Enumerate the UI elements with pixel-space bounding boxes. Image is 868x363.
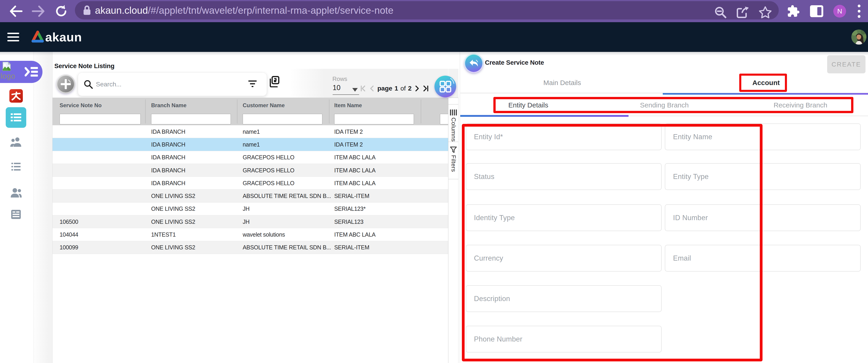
table-row[interactable]: ONE LIVING SS2ABSOLUTE TIME RETAIL SDN B… [53, 190, 448, 202]
profile-initial: N [837, 7, 842, 15]
table-row[interactable]: IDA BRANCHGRACEPOS HELLOITEM ABC LALA [53, 151, 448, 164]
side-panel-icon[interactable] [810, 0, 823, 22]
cell-no [60, 125, 146, 138]
cell-customer: name1 [243, 125, 334, 138]
table-side-tabs: Columns Filters [448, 97, 458, 363]
rows-per-page-label: Rows [332, 76, 347, 83]
browser-menu-icon[interactable] [858, 0, 861, 22]
sidebar-item-applet-logo[interactable] [0, 89, 32, 103]
cell-item: IDA ITEM 2 [334, 125, 425, 138]
browser-profile-avatar[interactable]: N [833, 0, 846, 22]
table-row[interactable]: IDA BRANCHGRACEPOS HELLOITEM ABC LALA [53, 177, 448, 190]
sidebar-logo-pill[interactable]: logo [0, 61, 42, 83]
side-tab-columns[interactable]: Columns [448, 104, 458, 142]
url-domain: akaun.cloud [95, 5, 148, 16]
sidebar-item-reports[interactable] [0, 210, 32, 219]
cell-branch: IDA BRANCH [151, 151, 238, 164]
side-tab-filters-label: Filters [450, 155, 457, 172]
rows-per-page-value[interactable]: 10 [333, 84, 340, 92]
sidebar-item-users[interactable] [0, 188, 32, 197]
first-page-icon[interactable] [360, 85, 367, 92]
search-input[interactable] [96, 81, 224, 88]
cell-customer: wavelet solutions [243, 228, 334, 241]
tab-main-details[interactable]: Main Details [460, 79, 664, 87]
column-header-customer-name[interactable]: Customer Name [243, 102, 285, 109]
next-page-icon[interactable] [414, 85, 420, 92]
table-row[interactable]: IDA BRANCHname1IDA ITEM 2 [53, 125, 448, 138]
share-icon[interactable] [734, 1, 751, 23]
sidebar-item-listing[interactable] [0, 163, 32, 171]
table-row[interactable]: 1040441NTEST1wavelet solutionsITEM ABC L… [53, 228, 448, 241]
cell-no: 100099 [60, 241, 146, 254]
collapse-drawer-icon[interactable] [25, 66, 38, 78]
cell-no: 104044 [60, 228, 146, 241]
cell-customer: name1 [243, 138, 334, 151]
sidebar-item-customers[interactable] [0, 137, 32, 147]
filter-input-item-name[interactable] [334, 114, 414, 124]
panel-title: Create Service Note [485, 59, 544, 66]
article-icon [11, 210, 21, 219]
cell-no [60, 151, 146, 164]
filter-input-service-note-no[interactable] [60, 114, 141, 124]
broken-image-icon [2, 61, 11, 71]
collapsed-drawer [34, 52, 53, 363]
user-avatar[interactable] [851, 22, 867, 52]
back-button[interactable] [464, 54, 483, 73]
column-header-branch-name[interactable]: Branch Name [151, 102, 187, 109]
cell-customer: GRACEPOS HELLO [243, 177, 334, 190]
active-subtab-indicator [460, 115, 628, 117]
people-2-icon [10, 188, 22, 197]
pagination: page 1 of 2 [360, 83, 429, 93]
last-page-icon[interactable] [422, 85, 429, 92]
bookmark-star-icon[interactable] [756, 1, 774, 23]
column-header-service-note-no[interactable]: Service Note No [60, 102, 102, 109]
cell-item: SERIAL123* [334, 202, 425, 215]
cell-branch: ONE LIVING SS2 [151, 190, 238, 202]
hamburger-menu-icon[interactable] [6, 22, 20, 52]
filter-input-branch-name[interactable] [151, 114, 231, 124]
url-path: /#/applet/tnt/wavelet/erp/internal-rma-a… [148, 5, 394, 16]
search-box [78, 73, 267, 96]
create-button[interactable]: CREATE [827, 55, 866, 74]
duplicate-filter2-icon[interactable] [269, 76, 279, 87]
columns-icon [450, 110, 457, 115]
table-row[interactable]: ONE LIVING SS2JHSERIAL123* [53, 202, 448, 215]
active-tab-indicator [663, 93, 868, 95]
address-bar[interactable]: akaun.cloud/#/applet/tnt/wavelet/erp/int… [75, 1, 779, 20]
extensions-puzzle-icon[interactable] [787, 0, 800, 22]
zoom-out-icon[interactable] [712, 1, 729, 23]
grid-view-button[interactable] [434, 76, 456, 97]
rows-select-caret-icon[interactable] [352, 88, 358, 92]
column-separator [421, 100, 421, 123]
browser-back-icon[interactable] [7, 0, 25, 22]
table-row[interactable]: IDA BRANCHname1IDA ITEM 2 [53, 138, 448, 151]
cell-customer: ABSOLUTE TIME RETAIL SDN B... [243, 241, 334, 254]
cell-branch: ONE LIVING SS2 [151, 202, 238, 215]
annotation-form-fields [462, 124, 763, 361]
filter-list-icon[interactable] [248, 80, 257, 88]
page-indicator: page 1 of 2 [377, 85, 412, 92]
table-row[interactable]: IDA BRANCHGRACEPOS HELLOITEM ABC LALA [53, 164, 448, 177]
browser-reload-icon[interactable] [52, 0, 70, 22]
add-service-note-button[interactable] [56, 75, 75, 93]
cell-customer: GRACEPOS HELLO [243, 164, 334, 177]
side-tab-filters[interactable]: Filters [448, 142, 458, 179]
filter-input-customer-name[interactable] [243, 114, 322, 124]
table-row[interactable]: 106500ONE LIVING SS2JHSERIAL123 [53, 215, 448, 228]
total-pages: 2 [408, 85, 412, 92]
sidebar-item-service-note-listing[interactable] [0, 107, 32, 128]
list-icon [11, 163, 21, 171]
people-icon [10, 137, 22, 147]
cell-item: SERIAL123 [334, 215, 425, 228]
cell-item: IDA ITEM 2 [334, 138, 425, 151]
column-header-item-name[interactable]: Item Name [334, 102, 362, 109]
filter-input-extra[interactable] [440, 114, 448, 124]
table-row[interactable]: 100099ONE LIVING SS2ABSOLUTE TIME RETAIL… [53, 241, 448, 254]
browser-forward-icon[interactable] [29, 0, 48, 22]
lock-icon [83, 5, 91, 15]
column-separator [145, 100, 146, 123]
cell-no [60, 164, 146, 177]
prev-page-icon[interactable] [369, 85, 375, 92]
cell-customer: GRACEPOS HELLO [243, 151, 334, 164]
cell-branch: ONE LIVING SS2 [151, 241, 238, 254]
